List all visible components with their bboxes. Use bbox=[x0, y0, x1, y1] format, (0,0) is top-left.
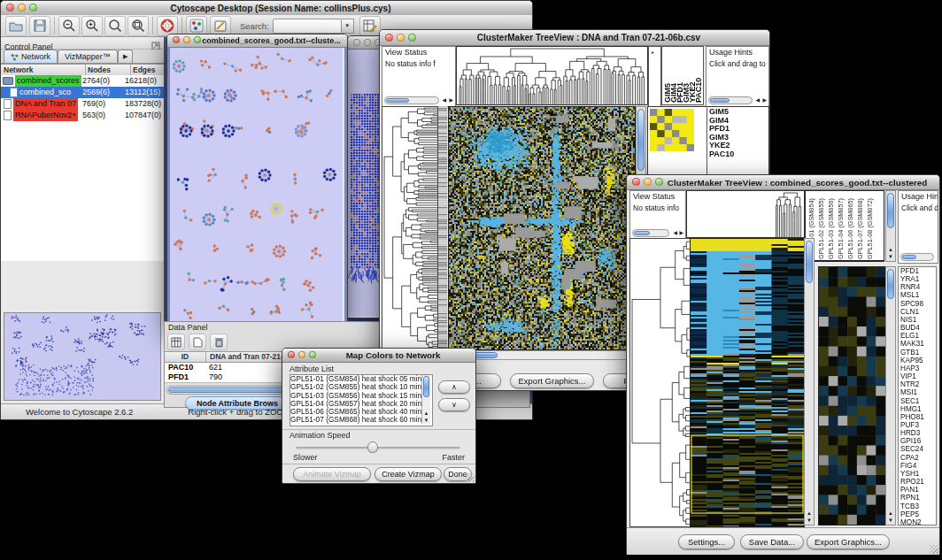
gene-label[interactable]: KAP95 bbox=[900, 357, 936, 364]
scroll-right-icon[interactable]: ▶ bbox=[449, 96, 453, 104]
gene-label[interactable]: YRA1 bbox=[900, 275, 936, 283]
gene-label[interactable]: GPI16 bbox=[900, 437, 936, 445]
column-label[interactable]: YKE2 bbox=[689, 48, 695, 103]
tv1-status-hscrollbar[interactable] bbox=[384, 96, 439, 104]
scroll-thumb[interactable] bbox=[887, 193, 894, 228]
gene-label[interactable]: MAK31 bbox=[900, 340, 936, 348]
gene-label[interactable]: MSL1 bbox=[900, 291, 936, 299]
close-icon[interactable] bbox=[6, 4, 14, 12]
tv2-labels-vscrollbar[interactable]: ▲ ▼ bbox=[885, 190, 896, 262]
gene-label[interactable]: GTB1 bbox=[900, 349, 936, 357]
gene-label[interactable]: FIG4 bbox=[900, 462, 936, 470]
tv1-row-dendrogram-canvas[interactable] bbox=[382, 106, 438, 350]
gene-label[interactable]: YSH1 bbox=[900, 470, 936, 478]
tv2-vscrollbar[interactable]: ▲ ▼ bbox=[804, 238, 815, 525]
open-session-button[interactable] bbox=[5, 16, 27, 36]
create-vizmap-button[interactable]: Create Vizmap bbox=[374, 467, 442, 481]
delete-attribute-trash-icon[interactable] bbox=[210, 334, 228, 350]
gene-label[interactable]: HRD3 bbox=[900, 429, 936, 437]
gene-label[interactable]: HMG1 bbox=[900, 405, 936, 413]
scroll-thumb[interactable] bbox=[710, 98, 730, 103]
move-down-button[interactable]: ∨ bbox=[438, 398, 470, 411]
gene-label[interactable]: MSI1 bbox=[900, 388, 936, 396]
resize-grip[interactable] bbox=[930, 545, 938, 554]
scroll-thumb[interactable] bbox=[634, 231, 650, 235]
dialog-titlebar[interactable]: Map Colors to Network bbox=[282, 349, 475, 363]
column-header[interactable]: Nodes bbox=[86, 65, 131, 75]
column-header[interactable]: Edges bbox=[131, 65, 164, 75]
tv2-row-dendrogram-canvas[interactable] bbox=[629, 238, 691, 527]
column-label[interactable]: GPL51-08 (GSM872) bbox=[866, 192, 874, 259]
gene-label[interactable]: MON2 bbox=[900, 518, 936, 525]
gene-label[interactable]: HAP3 bbox=[900, 364, 936, 372]
gene-label[interactable]: PFD1 bbox=[900, 267, 936, 275]
scroll-up-icon[interactable]: ▲ bbox=[422, 410, 430, 416]
gene-label[interactable]: PAC10 bbox=[709, 150, 734, 159]
zoom-icon[interactable] bbox=[194, 36, 201, 43]
minimize-icon[interactable] bbox=[644, 178, 652, 186]
export-graphics-button[interactable]: Export Graphics... bbox=[807, 534, 890, 549]
gene-label[interactable]: BUD4 bbox=[900, 324, 936, 332]
attribute-item[interactable]: GPL51-07 (GSM868) heat shock 60 min bbox=[290, 416, 432, 424]
attribute-list-vscrollbar[interactable]: ▲ ▼ bbox=[421, 375, 430, 424]
treeview1-titlebar[interactable]: ClusterMaker TreeView : DNA and Tran 07-… bbox=[380, 30, 769, 46]
minimize-icon[interactable] bbox=[397, 34, 405, 42]
search-input[interactable] bbox=[273, 19, 342, 34]
scroll-thumb[interactable] bbox=[902, 255, 916, 259]
scroll-left-icon[interactable]: ◀ bbox=[673, 229, 677, 236]
column-label[interactable]: GPL51-04 (GSM857) bbox=[837, 192, 845, 259]
tv2-status-hscrollbar[interactable] bbox=[632, 229, 669, 237]
tv2-heatmap-canvas[interactable] bbox=[690, 238, 805, 527]
zoom-out-button[interactable] bbox=[58, 16, 80, 36]
gene-label[interactable]: PEP5 bbox=[900, 510, 936, 518]
gene-label[interactable]: RNR4 bbox=[900, 283, 936, 291]
scroll-thumb[interactable] bbox=[806, 241, 813, 283]
attribute-browser-tool-icon[interactable] bbox=[359, 16, 381, 36]
tab-overflow-button[interactable]: ▶ bbox=[118, 50, 133, 63]
minimize-icon[interactable] bbox=[298, 351, 305, 358]
scroll-down-icon[interactable]: ▼ bbox=[886, 518, 895, 523]
scroll-thumb[interactable] bbox=[423, 376, 429, 397]
gene-label[interactable]: NTR2 bbox=[900, 380, 936, 388]
search-dropdown-icon[interactable]: ▼ bbox=[342, 19, 354, 34]
minimize-icon[interactable] bbox=[18, 4, 26, 12]
scroll-right-icon[interactable]: ▶ bbox=[679, 229, 683, 236]
scroll-up-icon[interactable]: ▲ bbox=[886, 510, 895, 516]
tab-vizmapper[interactable]: VizMapper™ bbox=[58, 50, 118, 63]
scroll-down-icon[interactable]: ▼ bbox=[805, 518, 814, 523]
network-window-1-titlebar[interactable]: combined_scores_good.txt--cluste... bbox=[167, 35, 347, 48]
scroll-down-icon[interactable]: ▼ bbox=[886, 254, 895, 259]
scroll-thumb[interactable] bbox=[637, 109, 645, 171]
gene-label[interactable]: CLN1 bbox=[900, 308, 936, 316]
network-table-row[interactable]: combined_sco2569(6)13112(15) bbox=[1, 87, 164, 98]
gene-label[interactable]: SEC1 bbox=[900, 397, 936, 405]
node-attribute-browser-button[interactable]: Node Attribute Brows bbox=[185, 396, 290, 410]
speed-slider-thumb[interactable] bbox=[367, 441, 378, 453]
treeview2-titlebar[interactable]: ClusterMaker TreeView : combined_scores_… bbox=[627, 175, 939, 190]
scroll-up-icon[interactable]: ▲ bbox=[805, 510, 814, 516]
tv1-heatmap-canvas[interactable] bbox=[448, 106, 636, 350]
gene-label[interactable]: RPO21 bbox=[900, 478, 936, 486]
tab-network[interactable]: Network bbox=[4, 50, 58, 63]
network-table-row[interactable]: DNA and Tran 07769(0)183728(0) bbox=[1, 98, 164, 110]
tv2-zoom-vscrollbar[interactable]: ▲ ▼ bbox=[885, 266, 896, 525]
column-label[interactable]: PAC10 bbox=[695, 48, 701, 103]
export-graphics-button[interactable]: Export Graphics... bbox=[510, 373, 594, 388]
close-icon[interactable] bbox=[385, 34, 393, 42]
tv1-column-dendrogram-canvas[interactable] bbox=[456, 46, 648, 105]
network-view-canvas[interactable] bbox=[170, 48, 343, 322]
scroll-left-icon[interactable]: ◀ bbox=[755, 96, 760, 104]
scroll-left-icon[interactable]: ◀ bbox=[442, 96, 446, 104]
expand-icon[interactable]: ▸ bbox=[652, 49, 654, 55]
network-overview-canvas[interactable] bbox=[4, 312, 161, 401]
resize-grip[interactable] bbox=[466, 473, 475, 482]
settings-button[interactable]: Settings... bbox=[678, 534, 735, 549]
zoom-selected-button[interactable] bbox=[104, 16, 126, 36]
column-label[interactable]: GPL51-03 (GSM856) bbox=[827, 192, 835, 259]
close-icon[interactable] bbox=[288, 351, 295, 358]
new-attribute-icon[interactable] bbox=[189, 334, 206, 350]
column-label[interactable]: GPL51-02 (GSM855) bbox=[817, 192, 825, 259]
network-table-row[interactable]: RNAPuberNov2+563(0)107847(0) bbox=[1, 110, 164, 121]
column-label[interactable]: GPL51-07 (GSM868) bbox=[856, 192, 864, 259]
attribute-table-icon[interactable] bbox=[167, 334, 185, 350]
